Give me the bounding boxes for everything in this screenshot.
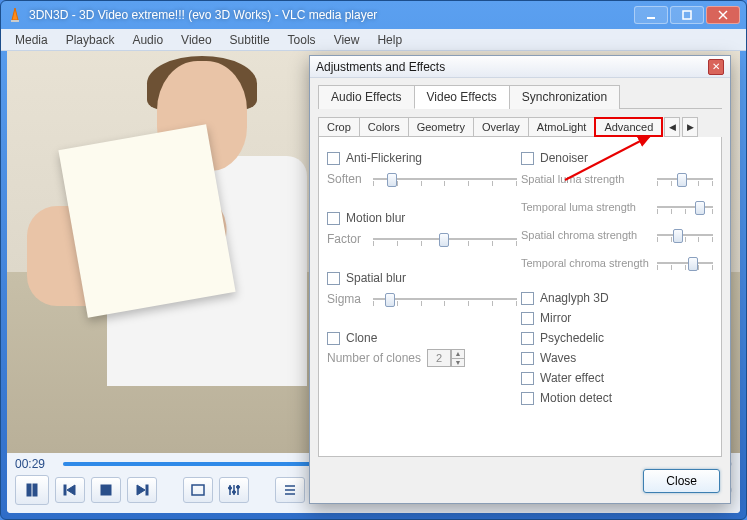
- waves-checkbox[interactable]: Waves: [521, 349, 713, 367]
- dialog-close-large-button[interactable]: Close: [643, 469, 720, 493]
- menu-playback[interactable]: Playback: [58, 31, 123, 49]
- titlebar[interactable]: 3DN3D - 3D Video extreme!!! (evo 3D Work…: [1, 1, 746, 29]
- subtab-scroll-right[interactable]: ▶: [682, 117, 698, 137]
- svg-rect-13: [192, 485, 204, 495]
- denoiser-label: Denoiser: [540, 151, 588, 165]
- time-elapsed: 00:29: [15, 457, 55, 471]
- menu-video[interactable]: Video: [173, 31, 219, 49]
- dialog-tabs: Audio Effects Video Effects Synchronizat…: [318, 84, 722, 109]
- svg-rect-3: [683, 11, 691, 19]
- sigma-label: Sigma: [327, 292, 367, 306]
- spatial-luma-slider[interactable]: [657, 169, 713, 189]
- psychedelic-checkbox[interactable]: Psychedelic: [521, 329, 713, 347]
- factor-label: Factor: [327, 232, 367, 246]
- sigma-slider[interactable]: [373, 289, 517, 309]
- svg-rect-11: [146, 485, 148, 495]
- water-effect-checkbox[interactable]: Water effect: [521, 369, 713, 387]
- soften-label: Soften: [327, 172, 367, 186]
- anti-flickering-label: Anti-Flickering: [346, 151, 422, 165]
- spatial-blur-label: Spatial blur: [346, 271, 406, 285]
- spatial-blur-checkbox[interactable]: Spatial blur: [327, 269, 517, 287]
- mirror-label: Mirror: [540, 311, 571, 325]
- close-button[interactable]: [706, 6, 740, 24]
- water-effect-label: Water effect: [540, 371, 604, 385]
- spatial-chroma-label: Spatial chroma strength: [521, 229, 651, 241]
- factor-slider[interactable]: [373, 229, 517, 249]
- motion-detect-checkbox[interactable]: Motion detect: [521, 389, 713, 407]
- svg-marker-9: [67, 485, 75, 495]
- denoiser-checkbox[interactable]: Denoiser: [521, 149, 713, 167]
- psychedelic-label: Psychedelic: [540, 331, 604, 345]
- tab-audio-effects[interactable]: Audio Effects: [318, 85, 415, 109]
- adjustments-effects-dialog: Adjustments and Effects ✕ Audio Effects …: [309, 55, 731, 504]
- menu-tools[interactable]: Tools: [280, 31, 324, 49]
- motion-blur-checkbox[interactable]: Motion blur: [327, 209, 517, 227]
- tab-synchronization[interactable]: Synchronization: [509, 85, 620, 109]
- menubar: Media Playback Audio Video Subtitle Tool…: [1, 29, 746, 51]
- subtab-advanced[interactable]: Advanced: [594, 117, 663, 137]
- svg-marker-0: [12, 8, 18, 20]
- clone-number-input[interactable]: [427, 349, 451, 367]
- subtab-overlay[interactable]: Overlay: [473, 117, 529, 137]
- subtab-geometry[interactable]: Geometry: [408, 117, 474, 137]
- svg-rect-1: [11, 20, 19, 22]
- menu-audio[interactable]: Audio: [124, 31, 171, 49]
- motion-blur-label: Motion blur: [346, 211, 405, 225]
- motion-detect-label: Motion detect: [540, 391, 612, 405]
- playlist-button[interactable]: [275, 477, 305, 503]
- maximize-button[interactable]: [670, 6, 704, 24]
- anaglyph-label: Anaglyph 3D: [540, 291, 609, 305]
- waves-label: Waves: [540, 351, 576, 365]
- advanced-panel: Anti-Flickering Soften Motion blur Facto…: [318, 137, 722, 457]
- anaglyph-checkbox[interactable]: Anaglyph 3D: [521, 289, 713, 307]
- spatial-chroma-slider[interactable]: [657, 225, 713, 245]
- temporal-chroma-label: Temporal chroma strength: [521, 257, 651, 269]
- svg-marker-12: [137, 485, 145, 495]
- subtab-colors[interactable]: Colors: [359, 117, 409, 137]
- next-button[interactable]: [127, 477, 157, 503]
- svg-point-19: [237, 486, 240, 489]
- window-title: 3DN3D - 3D Video extreme!!! (evo 3D Work…: [29, 8, 634, 22]
- prev-button[interactable]: [55, 477, 85, 503]
- vlc-cone-icon: [7, 7, 23, 23]
- dialog-close-button[interactable]: ✕: [708, 59, 724, 75]
- tab-video-effects[interactable]: Video Effects: [414, 85, 510, 109]
- svg-rect-10: [101, 485, 111, 495]
- video-effects-subtabs: Crop Colors Geometry Overlay AtmoLight A…: [318, 117, 722, 137]
- spin-up[interactable]: ▲: [451, 349, 465, 358]
- spin-down[interactable]: ▼: [451, 358, 465, 367]
- ext-settings-button[interactable]: [219, 477, 249, 503]
- stop-button[interactable]: [91, 477, 121, 503]
- svg-point-18: [233, 491, 236, 494]
- svg-rect-7: [33, 484, 37, 496]
- clone-number-label: Number of clones: [327, 351, 421, 365]
- soften-slider[interactable]: [373, 169, 517, 189]
- temporal-chroma-slider[interactable]: [657, 253, 713, 273]
- subtab-crop[interactable]: Crop: [318, 117, 360, 137]
- menu-subtitle[interactable]: Subtitle: [222, 31, 278, 49]
- mirror-checkbox[interactable]: Mirror: [521, 309, 713, 327]
- dialog-titlebar[interactable]: Adjustments and Effects ✕: [310, 56, 730, 78]
- fullscreen-button[interactable]: [183, 477, 213, 503]
- pause-button[interactable]: [15, 475, 49, 505]
- minimize-button[interactable]: [634, 6, 668, 24]
- menu-view[interactable]: View: [326, 31, 368, 49]
- svg-rect-6: [27, 484, 31, 496]
- subtab-scroll-left[interactable]: ◀: [664, 117, 680, 137]
- temporal-luma-slider[interactable]: [657, 197, 713, 217]
- clone-number-spinner[interactable]: ▲▼: [427, 349, 465, 367]
- temporal-luma-label: Temporal luma strength: [521, 201, 651, 213]
- anti-flickering-checkbox[interactable]: Anti-Flickering: [327, 149, 517, 167]
- menu-help[interactable]: Help: [369, 31, 410, 49]
- clone-checkbox[interactable]: Clone: [327, 329, 517, 347]
- subtab-atmolight[interactable]: AtmoLight: [528, 117, 596, 137]
- spatial-luma-label: Spatial luma strength: [521, 173, 651, 185]
- svg-rect-8: [64, 485, 66, 495]
- clone-label: Clone: [346, 331, 377, 345]
- dialog-title: Adjustments and Effects: [316, 60, 708, 74]
- svg-point-17: [229, 487, 232, 490]
- menu-media[interactable]: Media: [7, 31, 56, 49]
